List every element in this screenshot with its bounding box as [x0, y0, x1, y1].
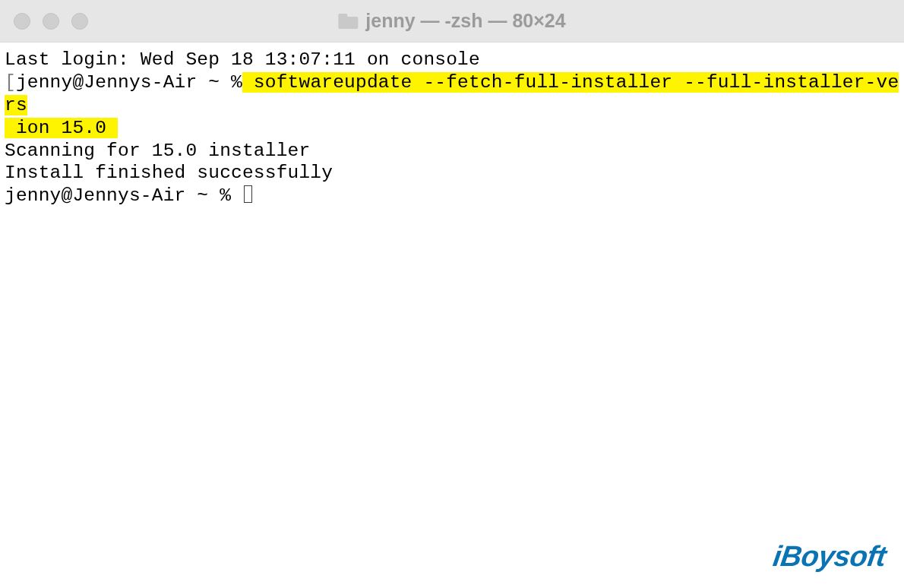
prompt-bracket: [ [5, 72, 16, 93]
last-login-line: Last login: Wed Sep 18 13:07:11 on conso… [5, 49, 480, 70]
text-cursor [244, 185, 252, 203]
minimize-button[interactable] [43, 13, 59, 30]
zoom-button[interactable] [71, 13, 88, 30]
title-text: jenny — -zsh — 80×24 [365, 10, 565, 32]
shell-prompt-2: jenny@Jennys-Air ~ % [5, 185, 242, 206]
close-button[interactable] [14, 13, 30, 30]
install-finished-line: Install finished successfully [5, 163, 333, 183]
folder-icon [338, 14, 358, 29]
window-title: jenny — -zsh — 80×24 [338, 10, 565, 32]
highlighted-command-part2: ion 15.0 [5, 118, 118, 138]
scanning-line: Scanning for 15.0 installer [5, 141, 310, 161]
window-controls [0, 13, 88, 30]
window-titlebar: jenny — -zsh — 80×24 [0, 0, 904, 43]
watermark-logo: iBoysoft [771, 540, 888, 573]
shell-prompt-1: jenny@Jennys-Air ~ % [16, 72, 242, 93]
watermark-text: iBoysoft [771, 540, 888, 572]
terminal-content[interactable]: Last login: Wed Sep 18 13:07:11 on conso… [0, 43, 904, 213]
